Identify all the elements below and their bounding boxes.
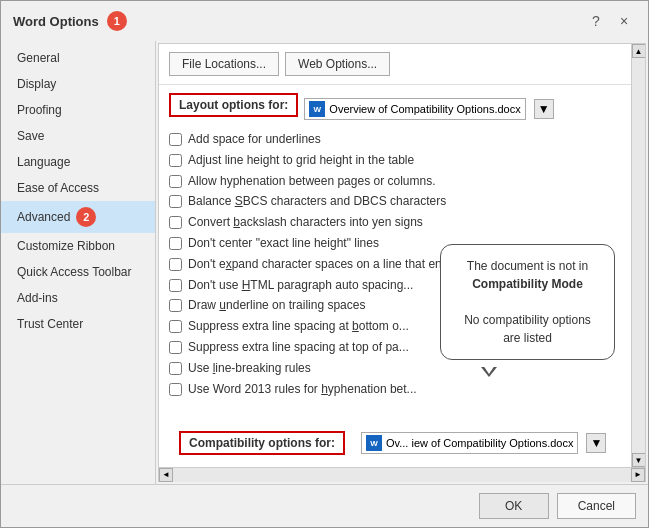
- check-item-12: Use line-breaking rules: [169, 358, 621, 379]
- scroll-right-button[interactable]: ►: [631, 468, 645, 482]
- checkbox-6[interactable]: [169, 237, 182, 250]
- sidebar-item-advanced[interactable]: Advanced 2: [1, 201, 155, 233]
- sidebar-item-add-ins[interactable]: Add-ins: [1, 285, 155, 311]
- sidebar-item-trust-center[interactable]: Trust Center: [1, 311, 155, 337]
- callout-line2: Compatibility Mode: [472, 277, 583, 291]
- checkbox-7[interactable]: [169, 258, 182, 271]
- checkbox-3[interactable]: [169, 175, 182, 188]
- dialog-content: General Display Proofing Save Language E…: [1, 41, 648, 484]
- layout-options-label: Layout options for:: [179, 98, 288, 112]
- cancel-button[interactable]: Cancel: [557, 493, 636, 519]
- checkbox-4[interactable]: [169, 195, 182, 208]
- compat-dropdown-chevron: ▼: [591, 436, 603, 450]
- ok-button[interactable]: OK: [479, 493, 549, 519]
- main-content: File Locations... Web Options... Layout …: [158, 43, 646, 482]
- sidebar-item-save[interactable]: Save: [1, 123, 155, 149]
- web-options-button[interactable]: Web Options...: [285, 52, 390, 76]
- close-button[interactable]: ×: [612, 9, 636, 33]
- check-item-1: Add space for underlines: [169, 129, 621, 150]
- sidebar-item-proofing[interactable]: Proofing: [1, 97, 155, 123]
- scroll-up-button[interactable]: ▲: [632, 44, 646, 58]
- sidebar: General Display Proofing Save Language E…: [1, 41, 156, 484]
- checkbox-13[interactable]: [169, 383, 182, 396]
- layout-dropdown-arrow[interactable]: ▼: [534, 99, 554, 119]
- sidebar-item-general[interactable]: General: [1, 45, 155, 71]
- title-bar: Word Options 1 ? ×: [1, 1, 648, 41]
- check-label-5: Convert backslash characters into yen si…: [188, 214, 423, 231]
- check-label-6: Don't center "exact line height" lines: [188, 235, 379, 252]
- sidebar-item-language[interactable]: Language: [1, 149, 155, 175]
- compatibility-options-label: Compatibility options for:: [189, 436, 335, 450]
- badge-one: 1: [107, 11, 127, 31]
- dialog-footer: OK Cancel: [1, 484, 648, 527]
- callout-bubble: The document is not in Compatibility Mod…: [440, 244, 615, 360]
- title-bar-controls: ? ×: [584, 9, 636, 33]
- compat-doc-dropdown[interactable]: W Ov... iew of Compatibility Options.doc…: [361, 432, 578, 454]
- sidebar-item-quick-access-toolbar[interactable]: Quick Access Toolbar: [1, 259, 155, 285]
- check-label-3: Allow hyphenation between pages or colum…: [188, 173, 436, 190]
- scroll-track-v[interactable]: [632, 58, 646, 453]
- checkbox-9[interactable]: [169, 299, 182, 312]
- checkbox-11[interactable]: [169, 341, 182, 354]
- check-label-13: Use Word 2013 rules for hyphenation bet.…: [188, 381, 417, 398]
- options-toolbar: File Locations... Web Options...: [159, 44, 631, 85]
- check-item-3: Allow hyphenation between pages or colum…: [169, 171, 621, 192]
- layout-options-section: Layout options for: W Overview of Compat…: [159, 85, 631, 129]
- dialog-title: Word Options: [13, 14, 99, 29]
- check-item-4: Balance SBCS characters and DBCS charact…: [169, 191, 621, 212]
- checkbox-12[interactable]: [169, 362, 182, 375]
- check-item-2: Adjust line height to grid height in the…: [169, 150, 621, 171]
- compat-doc-icon: W: [366, 435, 382, 451]
- check-label-4: Balance SBCS characters and DBCS charact…: [188, 193, 446, 210]
- check-label-1: Add space for underlines: [188, 131, 321, 148]
- layout-doc-dropdown[interactable]: W Overview of Compatibility Options.docx: [304, 98, 525, 120]
- check-label-11: Suppress extra line spacing at top of pa…: [188, 339, 409, 356]
- layout-dropdown-chevron: ▼: [538, 102, 550, 116]
- checkbox-8[interactable]: [169, 279, 182, 292]
- layout-options-bar: Layout options for:: [169, 93, 298, 117]
- checkbox-10[interactable]: [169, 320, 182, 333]
- horizontal-scrollbar: ◄ ►: [159, 467, 645, 481]
- callout-line1: The document is not in: [467, 259, 588, 273]
- badge-two: 2: [76, 207, 96, 227]
- checkbox-2[interactable]: [169, 154, 182, 167]
- help-button[interactable]: ?: [584, 9, 608, 33]
- check-label-2: Adjust line height to grid height in the…: [188, 152, 414, 169]
- checkbox-1[interactable]: [169, 133, 182, 146]
- check-item-5: Convert backslash characters into yen si…: [169, 212, 621, 233]
- scroll-left-button[interactable]: ◄: [159, 468, 173, 482]
- doc-icon: W: [309, 101, 325, 117]
- word-options-dialog: Word Options 1 ? × General Display Proof…: [0, 0, 649, 528]
- sidebar-item-ease-of-access[interactable]: Ease of Access: [1, 175, 155, 201]
- compatibility-options-bar: Compatibility options for:: [179, 431, 345, 455]
- main-area: File Locations... Web Options... Layout …: [159, 44, 645, 467]
- compat-doc-name: Ov... iew of Compatibility Options.docx: [386, 437, 573, 449]
- title-bar-left: Word Options 1: [13, 11, 127, 31]
- sidebar-item-display[interactable]: Display: [1, 71, 155, 97]
- scroll-track-h[interactable]: [173, 468, 631, 482]
- check-label-12: Use line-breaking rules: [188, 360, 311, 377]
- layout-doc-name: Overview of Compatibility Options.docx: [329, 103, 520, 115]
- check-label-9: Draw underline on trailing spaces: [188, 297, 365, 314]
- check-item-13: Use Word 2013 rules for hyphenation bet.…: [169, 379, 621, 400]
- callout-line5: are listed: [503, 331, 552, 345]
- compat-dropdown-arrow[interactable]: ▼: [586, 433, 606, 453]
- check-label-8: Don't use HTML paragraph auto spacing...: [188, 277, 413, 294]
- file-locations-button[interactable]: File Locations...: [169, 52, 279, 76]
- callout-line4: No compatibility options: [464, 313, 591, 327]
- compatibility-options-row: Compatibility options for: W Ov... iew o…: [159, 419, 631, 467]
- scroll-down-button[interactable]: ▼: [632, 453, 646, 467]
- check-label-10: Suppress extra line spacing at bottom o.…: [188, 318, 409, 335]
- vertical-scrollbar: ▲ ▼: [631, 44, 645, 467]
- checkbox-5[interactable]: [169, 216, 182, 229]
- sidebar-item-customize-ribbon[interactable]: Customize Ribbon: [1, 233, 155, 259]
